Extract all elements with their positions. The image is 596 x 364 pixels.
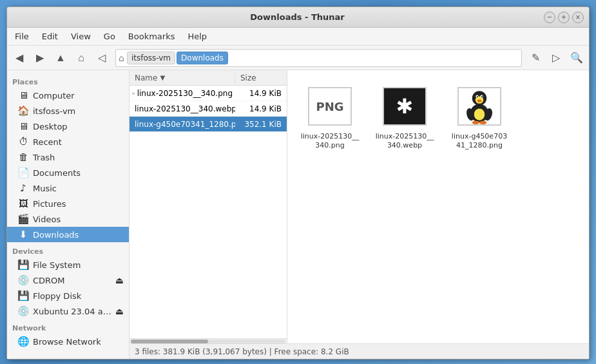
breadcrumb-host[interactable]: itsfoss-vm	[127, 52, 175, 64]
main-area: Places 🖥 Computer 🏠 itsfoss-vm 🖥 Desktop…	[7, 70, 589, 359]
videos-icon: 🎬	[17, 213, 29, 225]
cdrom-icon: 💿	[17, 274, 29, 286]
breadcrumb: itsfoss-vm Downloads	[127, 52, 228, 64]
file-icon-item[interactable]: ✱ linux-2025130__340.webp	[372, 81, 437, 153]
sidebar-label-browse-network: Browse Network	[33, 337, 124, 347]
sidebar-item-home[interactable]: 🏠 itsfoss-vm	[7, 103, 129, 119]
filesystem-icon: 💾	[17, 259, 29, 271]
sidebar-label-documents: Documents	[33, 168, 124, 178]
downloads-icon: ⬇	[17, 229, 29, 240]
table-row[interactable]: linux-g450e70341_1280.png 352.1 KiB	[130, 117, 287, 132]
statusbar-text: 3 files: 381.9 KiB (3,91,067 bytes) | Fr…	[135, 347, 349, 356]
sidebar-item-cdrom[interactable]: 💿 CDROM ⏏	[7, 273, 129, 288]
file-icon-label: linux-2025130__340.png	[300, 132, 360, 151]
next-location-button[interactable]: ▷	[546, 49, 566, 67]
forward-button[interactable]: ▶	[30, 49, 50, 67]
menubar: File Edit View Go Bookmarks Help	[7, 28, 589, 46]
file-icons-view: PNG linux-2025130__340.png ✱ linux-20251…	[287, 70, 589, 343]
sidebar-item-recent[interactable]: ⏱ Recent	[7, 134, 129, 149]
file-icon-item[interactable]: linux-g450e70341_1280.png	[447, 81, 512, 153]
sort-icon: ▼	[160, 74, 165, 81]
table-row[interactable]: PNG linux-2025130__340.png 14.9 KiB	[130, 86, 287, 101]
network-icon: 🌐	[17, 336, 29, 347]
recent-icon: ⏱	[17, 136, 29, 148]
webp-asterisk-icon: ✱	[396, 94, 414, 119]
minimize-button[interactable]: −	[544, 12, 555, 23]
file-rows: PNG linux-2025130__340.png 14.9 KiB ✱	[130, 86, 287, 338]
pictures-icon: 🖼	[17, 198, 29, 209]
xubuntu-eject-icon[interactable]: ⏏	[115, 306, 124, 316]
sidebar-label-pictures: Pictures	[33, 199, 124, 209]
prev-location-button[interactable]: ◁	[92, 49, 111, 67]
address-home-icon: ⌂	[119, 53, 124, 63]
maximize-button[interactable]: +	[558, 12, 570, 23]
sidebar-label-recent: Recent	[33, 137, 124, 147]
menu-file[interactable]: File	[10, 30, 34, 43]
scrollbar-track	[131, 340, 285, 343]
sidebar-label-downloads: Downloads	[33, 230, 124, 240]
menu-bookmarks[interactable]: Bookmarks	[123, 30, 180, 43]
statusbar: 3 files: 381.9 KiB (3,91,067 bytes) | Fr…	[130, 343, 589, 359]
home-button[interactable]: ⌂	[72, 49, 91, 67]
window-title: Downloads - Thunar	[51, 12, 544, 22]
file-row-name: PNG linux-2025130__340.png	[130, 89, 235, 98]
sidebar-label-trash: Trash	[33, 153, 124, 162]
svg-point-20	[479, 120, 486, 124]
svg-point-9	[474, 109, 485, 120]
file-row-size: 14.9 KiB	[235, 89, 287, 98]
menu-help[interactable]: Help	[182, 30, 212, 43]
sidebar-item-pictures[interactable]: 🖼 Pictures	[7, 196, 129, 211]
file-row-size: 14.9 KiB	[235, 104, 287, 113]
file-row-name: ✱ linux-2025130__340.webp	[130, 104, 235, 113]
sidebar-item-videos[interactable]: 🎬 Videos	[7, 211, 129, 227]
file-icon-png-img: PNG	[307, 83, 353, 129]
back-button[interactable]: ◀	[10, 49, 29, 67]
column-header-size[interactable]: Size	[235, 73, 287, 82]
file-icon-label: linux-g450e70341_1280.png	[450, 132, 509, 151]
menu-view[interactable]: View	[66, 30, 96, 43]
file-list-view: Name ▼ Size PNG linux-20	[130, 70, 589, 343]
close-button[interactable]: ×	[572, 12, 584, 23]
search-button[interactable]: 🔍	[567, 49, 586, 67]
scrollbar-thumb[interactable]	[131, 340, 208, 343]
sidebar-label-filesystem: File System	[33, 260, 124, 270]
sidebar-item-music[interactable]: ♪ Music	[7, 180, 129, 196]
menu-edit[interactable]: Edit	[37, 30, 63, 43]
sidebar-item-desktop[interactable]: 🖥 Desktop	[7, 119, 129, 134]
edit-location-button[interactable]: ✎	[526, 49, 545, 67]
horizontal-scrollbar[interactable]	[130, 338, 287, 343]
sidebar-item-browse-network[interactable]: 🌐 Browse Network	[7, 334, 129, 349]
file-panel: Name ▼ Size PNG linux-20	[130, 70, 589, 359]
png-thumbnail: PNG	[308, 87, 352, 126]
sidebar-label-videos: Videos	[33, 215, 124, 224]
sidebar-label-home: itsfoss-vm	[33, 106, 124, 116]
sidebar-item-downloads[interactable]: ⬇ Downloads	[7, 227, 129, 242]
sidebar-item-trash[interactable]: 🗑 Trash	[7, 149, 129, 165]
sidebar-item-xubuntu[interactable]: 💿 Xubuntu 23.04 am... ⏏	[7, 303, 129, 319]
sidebar: Places 🖥 Computer 🏠 itsfoss-vm 🖥 Desktop…	[7, 70, 130, 359]
documents-icon: 📄	[17, 167, 29, 178]
file-table-header: Name ▼ Size	[130, 70, 287, 86]
home-icon: 🏠	[17, 105, 29, 117]
sidebar-label-floppy: Floppy Disk	[33, 291, 124, 301]
sidebar-label-xubuntu: Xubuntu 23.04 am...	[33, 307, 111, 316]
sidebar-item-documents[interactable]: 📄 Documents	[7, 165, 129, 180]
file-row-size: 352.1 KiB	[235, 120, 287, 129]
up-button[interactable]: ▲	[51, 49, 70, 67]
svg-point-16	[477, 100, 482, 102]
floppy-icon: 💾	[17, 290, 29, 302]
file-icon-label: linux-2025130__340.webp	[375, 132, 434, 151]
sidebar-item-computer[interactable]: 🖥 Computer	[7, 88, 129, 103]
webp-thumbnail: ✱	[383, 87, 427, 126]
sidebar-item-floppy[interactable]: 💾 Floppy Disk	[7, 288, 129, 303]
file-png-icon: PNG	[132, 89, 135, 98]
menu-go[interactable]: Go	[99, 30, 120, 43]
address-bar: ⌂ itsfoss-vm Downloads	[115, 49, 522, 67]
cdrom-eject-icon[interactable]: ⏏	[115, 275, 124, 285]
file-icon-item[interactable]: PNG linux-2025130__340.png	[298, 81, 362, 153]
column-header-name[interactable]: Name ▼	[130, 73, 235, 82]
sidebar-item-filesystem[interactable]: 💾 File System	[7, 257, 129, 273]
svg-point-15	[481, 96, 483, 97]
table-row[interactable]: ✱ linux-2025130__340.webp 14.9 KiB	[130, 101, 287, 117]
breadcrumb-current[interactable]: Downloads	[177, 52, 228, 64]
